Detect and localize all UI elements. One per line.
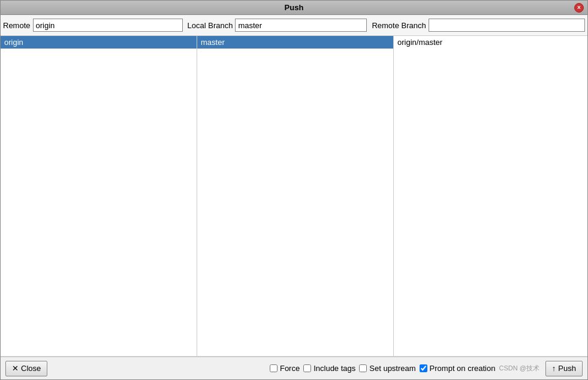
prompt-on-creation-checkbox-group[interactable]: Prompt on creation — [420, 364, 496, 373]
set-upstream-checkbox[interactable] — [359, 364, 367, 372]
header-row: Remote Local Branch Remote Branch — [1, 15, 587, 36]
local-branch-input[interactable] — [235, 19, 367, 32]
dialog-title: Push — [14, 3, 574, 12]
set-upstream-label: Set upstream — [369, 364, 415, 373]
local-branch-column: master — [197, 36, 394, 356]
local-branch-list[interactable]: master — [197, 36, 393, 356]
list-item[interactable]: origin/master — [394, 36, 587, 49]
close-label: Close — [21, 364, 41, 373]
push-icon: ↑ — [552, 364, 556, 373]
include-tags-checkbox-group[interactable]: Include tags — [303, 364, 355, 373]
push-label: Push — [558, 364, 576, 373]
remote-branch-column: origin/master — [394, 36, 587, 356]
remote-input[interactable] — [33, 19, 183, 32]
close-window-button[interactable]: × — [574, 3, 584, 13]
include-tags-checkbox[interactable] — [303, 364, 311, 372]
title-bar: Push × — [1, 1, 587, 15]
remote-branch-list[interactable]: origin/master — [394, 36, 587, 356]
footer: ✕ Close Force Include tags Set upstream … — [1, 357, 587, 379]
remote-label: Remote — [3, 21, 33, 30]
remote-column: origin — [1, 36, 197, 356]
list-item[interactable]: master — [197, 36, 393, 49]
list-item[interactable]: origin — [1, 36, 197, 49]
set-upstream-checkbox-group[interactable]: Set upstream — [359, 364, 415, 373]
force-checkbox[interactable] — [270, 364, 278, 372]
watermark-text: CSDN @技术 — [499, 364, 539, 373]
force-checkbox-group[interactable]: Force — [270, 364, 300, 373]
remote-branch-input[interactable] — [429, 19, 585, 32]
include-tags-label: Include tags — [313, 364, 355, 373]
columns-area: origin master origin/master — [1, 36, 587, 357]
close-icon: ✕ — [12, 364, 19, 373]
remote-branch-label: Remote Branch — [372, 21, 428, 30]
push-button[interactable]: ↑ Push — [545, 361, 583, 376]
remote-list[interactable]: origin — [1, 36, 197, 356]
push-dialog: Push × Remote Local Branch Remote Branch… — [0, 0, 588, 380]
prompt-on-creation-label: Prompt on creation — [430, 364, 496, 373]
local-branch-label: Local Branch — [188, 21, 236, 30]
close-button[interactable]: ✕ Close — [5, 361, 47, 376]
prompt-on-creation-checkbox[interactable] — [420, 364, 427, 372]
force-label: Force — [280, 364, 300, 373]
